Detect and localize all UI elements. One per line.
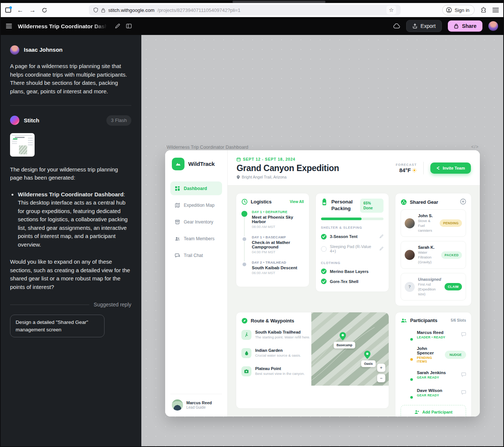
logistics-card: Logistics View All DAY 1 • DEPARTURE Mee…	[236, 193, 309, 287]
address-bar[interactable]: stitch.withgoogle.com/projects/827394071…	[89, 5, 401, 15]
checked-icon[interactable]	[321, 279, 327, 284]
expedition-header-left: SEPT 12 - SEPT 18, 2024 Grand Canyon Exp…	[237, 157, 339, 179]
preview-canvas: Wilderness Trip Coordinator Dashboard </…	[141, 35, 504, 447]
water-drop-icon	[241, 348, 251, 358]
shared-gear-icon	[401, 199, 407, 205]
brand-row: WildTrack	[170, 158, 222, 170]
packing-item[interactable]: Sleeping Pad (R-Value 4+)	[321, 242, 383, 255]
checked-icon[interactable]	[321, 268, 327, 274]
slots-counter: 5/6 Slots	[451, 318, 466, 322]
stitch-app-header: Wilderness Trip Coordinator Dashboard Ex…	[0, 17, 504, 35]
view-code-icon[interactable]: </>	[471, 144, 479, 149]
assistant-message-header: Stitch 3 Flash	[10, 115, 131, 126]
toggle-panel-icon[interactable]	[126, 23, 132, 29]
url-domain: stitch.withgoogle.com	[108, 7, 154, 13]
reload-button[interactable]	[42, 7, 47, 13]
guide-avatar	[172, 399, 183, 411]
suggested-reply-chip[interactable]: Design a detailed "Shared Gear" manageme…	[10, 315, 105, 337]
sidebar-user[interactable]: Marcus Reed Lead Guide	[170, 394, 222, 411]
sidebar-item-dashboard[interactable]: Dashboard	[170, 181, 222, 195]
status-badge: PENDING	[440, 219, 462, 227]
user-prompt-text: A page for a wilderness trip planning si…	[10, 62, 131, 96]
forward-button[interactable]: →	[29, 7, 36, 13]
sidebar-nav: Dashboard Expedition Map Gear Inventory …	[170, 181, 222, 262]
gear-assignment-row[interactable]: Sarah K. Water Filtration (Gravity) PACK…	[401, 241, 466, 268]
design-thumbnail[interactable]	[10, 133, 35, 157]
timeline-item[interactable]: DAY 2 • TRAILHEAD South Kaibab Descent 0…	[241, 261, 304, 282]
timeline-item[interactable]: DAY 1 • BASECAMP Check-in at Mather Camp…	[241, 235, 304, 261]
sidebar-item-team-members[interactable]: Team Members	[170, 232, 222, 245]
gear-assignment-row[interactable]: ? Unassigned First Aid (Expedition size)…	[401, 273, 466, 300]
lock-icon[interactable]	[101, 8, 105, 13]
message-bubble-icon[interactable]	[461, 331, 466, 338]
extension-icon[interactable]	[481, 7, 487, 13]
topo-map[interactable]: Basecamp Oasis + −	[311, 312, 389, 386]
brand-name: WildTrack	[188, 161, 215, 167]
sidebar-item-expedition-map[interactable]: Expedition Map	[170, 198, 222, 212]
packing-item[interactable]: Merino Base Layers	[321, 266, 383, 276]
message-bubble-icon[interactable]	[461, 372, 466, 378]
participant-row[interactable]: Dave Wilson GEAR READY	[401, 386, 466, 399]
nudge-button[interactable]: NUDGE	[445, 351, 466, 359]
add-gear-icon[interactable]	[460, 199, 466, 205]
sign-in-button[interactable]: Sign in	[442, 5, 475, 15]
claim-button[interactable]: CLAIM	[444, 283, 462, 290]
browser-menu-icon[interactable]	[492, 8, 499, 12]
url-path: /projects/8273940711105409742?pli=1	[157, 7, 240, 13]
invite-team-button[interactable]: Invite Team	[430, 163, 471, 174]
waypoint-item[interactable]: Plateau Point Best sunset view in the ca…	[241, 366, 314, 376]
invite-team-label: Invite Team	[443, 166, 465, 170]
assistant-name: Stitch	[24, 116, 39, 125]
basecamp-pin-icon[interactable]	[340, 332, 346, 342]
sidebar-item-trail-chat[interactable]: Trail Chat	[170, 248, 222, 262]
logistics-view-all[interactable]: View All	[290, 200, 304, 204]
waypoint-item[interactable]: Indian Garden Crucial water source & oas…	[241, 348, 314, 358]
camera-icon	[241, 366, 251, 376]
location-pin-icon	[237, 175, 240, 179]
gear-assignment-row[interactable]: John S. Stove & Fuel canisters PENDING	[401, 209, 466, 237]
packing-item[interactable]: Gore-Tex Shell	[321, 276, 383, 286]
clock-icon	[241, 199, 248, 205]
map-zoom-out-button[interactable]: −	[377, 374, 385, 382]
forecast: FORECAST 84°F	[396, 163, 417, 173]
checked-icon[interactable]	[321, 234, 327, 239]
packing-progress-bar	[321, 218, 383, 220]
packing-section-heading: SHELTER & SLEEPING	[321, 226, 383, 229]
map-zoom-in-button[interactable]: +	[377, 364, 385, 372]
participant-row[interactable]: John Spencer PENDING ITEMS NUDGE	[401, 346, 466, 363]
expedition-header-right: FORECAST 84°F Invite Team	[396, 162, 471, 174]
back-button[interactable]: ←	[17, 7, 23, 13]
oasis-pin-icon[interactable]	[364, 351, 370, 360]
packing-item[interactable]: 3-Season Tent	[321, 231, 383, 242]
waypoint-item[interactable]: South Kaibab Trailhead The starting poin…	[241, 330, 314, 340]
edit-pencil-icon[interactable]	[379, 233, 383, 240]
app-menu-icon[interactable]	[6, 24, 12, 28]
message-bubble-icon[interactable]	[461, 389, 466, 396]
dashboard-grid-icon	[175, 186, 180, 191]
dashboard-preview[interactable]: WildTrack Dashboard Expedition Map Gear …	[165, 150, 480, 417]
export-label: Export	[421, 23, 436, 29]
sidebar-item-gear-inventory[interactable]: Gear Inventory	[170, 215, 222, 229]
user-avatar[interactable]	[488, 21, 498, 31]
rename-pencil-icon[interactable]	[115, 23, 120, 29]
export-button[interactable]: Export	[406, 20, 442, 32]
participants-icon	[401, 318, 407, 323]
cloud-sync-icon[interactable]	[393, 23, 400, 29]
expedition-header: SEPT 12 - SEPT 18, 2024 Grand Canyon Exp…	[228, 150, 480, 186]
participant-row[interactable]: Marcus Reed LEADER • READY	[401, 328, 466, 341]
share-button[interactable]: Share	[448, 20, 482, 32]
shield-icon[interactable]	[93, 7, 98, 13]
browser-tab-overview-icon[interactable]	[5, 7, 11, 13]
forecast-value: 84°F	[399, 167, 411, 173]
unchecked-icon[interactable]	[321, 246, 327, 252]
waypoint-list: South Kaibab Trailhead The starting poin…	[241, 330, 314, 376]
participant-row[interactable]: Sarah Jenkins GEAR READY	[401, 369, 466, 381]
compass-icon	[241, 318, 248, 324]
edit-pencil-icon[interactable]	[379, 245, 383, 252]
sidebar-item-label: Team Members	[184, 236, 215, 241]
timeline-item[interactable]: DAY 1 • DEPARTURE Meet at Phoenix Sky Ha…	[241, 210, 304, 235]
bookmark-star-icon[interactable]: ☆	[386, 6, 396, 15]
add-participant-button[interactable]: Add Participant	[401, 405, 466, 417]
sign-in-label: Sign in	[455, 7, 469, 13]
share-arrow-icon	[436, 166, 440, 170]
